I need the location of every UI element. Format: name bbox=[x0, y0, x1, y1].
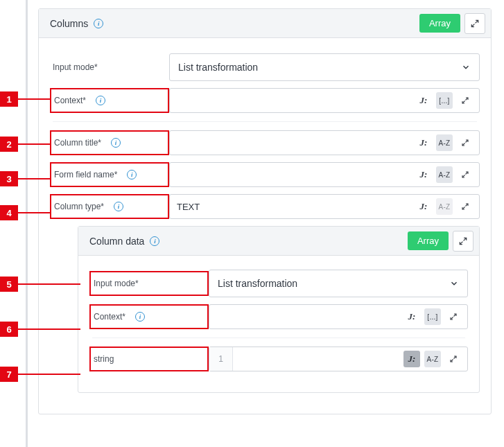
callout-5: 5 bbox=[0, 277, 80, 292]
json-mode-icon[interactable]: J: bbox=[403, 308, 420, 325]
expand-icon[interactable] bbox=[457, 166, 473, 183]
array-pill[interactable]: Array bbox=[419, 14, 460, 33]
callout-line bbox=[18, 374, 80, 375]
array-pill[interactable]: Array bbox=[408, 231, 449, 250]
label-text: Column type* bbox=[54, 202, 104, 211]
expand-icon[interactable] bbox=[453, 231, 473, 252]
info-icon[interactable] bbox=[135, 312, 145, 322]
divider bbox=[53, 121, 477, 122]
type-badge[interactable]: A-Z bbox=[436, 134, 453, 151]
info-icon[interactable] bbox=[96, 96, 105, 105]
label-text: Context* bbox=[94, 312, 125, 322]
json-mode-icon[interactable]: J: bbox=[415, 198, 432, 215]
columns-body: Input mode* List transformation Context* bbox=[39, 38, 491, 414]
select-value: List transformation bbox=[178, 62, 258, 73]
label-input-mode: Input mode* bbox=[50, 62, 169, 72]
callout-number: 6 bbox=[0, 322, 18, 337]
inner-context-input[interactable]: J: [...] bbox=[209, 304, 468, 329]
callout-7: 7 bbox=[0, 367, 80, 382]
label-text: Input mode* bbox=[53, 62, 98, 72]
input-area[interactable]: TEXT bbox=[170, 202, 415, 212]
json-mode-icon[interactable]: J: bbox=[403, 351, 420, 367]
type-badge[interactable]: A-Z bbox=[436, 198, 453, 215]
info-icon[interactable] bbox=[114, 202, 123, 211]
expand-icon[interactable] bbox=[457, 198, 473, 215]
callout-number: 4 bbox=[0, 205, 18, 220]
form-field-name-input[interactable]: J: A-Z bbox=[169, 162, 480, 187]
info-icon[interactable] bbox=[127, 170, 137, 179]
callout-number: 1 bbox=[0, 91, 18, 107]
expand-icon[interactable] bbox=[445, 308, 462, 325]
callout-line bbox=[18, 328, 80, 330]
callout-number: 5 bbox=[0, 277, 18, 292]
info-icon[interactable] bbox=[94, 19, 103, 28]
json-mode-icon[interactable]: J: bbox=[415, 92, 432, 109]
type-badge[interactable]: [...] bbox=[424, 308, 441, 325]
type-badge[interactable]: A-Z bbox=[424, 351, 441, 367]
columns-title: Columns bbox=[50, 18, 88, 29]
column-data-title: Column data bbox=[89, 236, 144, 247]
callout-number: 2 bbox=[0, 137, 18, 152]
row-column-type: Column type* TEXT J: A-Z bbox=[50, 194, 480, 219]
label-text: Input mode* bbox=[94, 279, 139, 288]
callout-line bbox=[18, 283, 80, 285]
label-text: string bbox=[94, 354, 114, 364]
chevron-down-icon bbox=[461, 62, 471, 72]
expand-icon[interactable] bbox=[464, 13, 485, 34]
callout-4: 4 bbox=[0, 205, 51, 220]
chevron-down-icon bbox=[449, 279, 459, 288]
label-context: Context* bbox=[50, 88, 169, 113]
callout-line bbox=[18, 178, 51, 179]
columns-panel: Columns Array Input mode* List transform… bbox=[38, 8, 492, 414]
select-value: List transformation bbox=[218, 278, 297, 289]
expand-icon[interactable] bbox=[457, 92, 473, 109]
label-inner-input-mode: Input mode* bbox=[89, 271, 209, 296]
row-context: Context* J: [...] bbox=[50, 88, 480, 113]
column-data-body: Input mode* List transformation bbox=[78, 256, 479, 392]
type-badge[interactable]: [...] bbox=[436, 92, 453, 109]
json-mode-icon[interactable]: J: bbox=[415, 166, 432, 183]
row-form-field-name: Form field name* J: A-Z bbox=[50, 162, 480, 187]
context-input[interactable]: J: [...] bbox=[169, 88, 480, 113]
info-icon[interactable] bbox=[150, 236, 159, 246]
line-number: 1 bbox=[209, 347, 233, 371]
label-form-field-name: Form field name* bbox=[50, 162, 169, 187]
column-data-panel: Column data Array Input mode* List trans bbox=[78, 226, 480, 393]
callout-line bbox=[18, 98, 51, 100]
row-inner-input-mode: Input mode* List transformation bbox=[89, 270, 468, 297]
expand-icon[interactable] bbox=[445, 351, 462, 367]
callout-6: 6 bbox=[0, 322, 80, 337]
label-text: Column title* bbox=[54, 138, 101, 148]
label-text: Form field name* bbox=[54, 170, 117, 179]
column-data-header: Column data Array bbox=[78, 227, 479, 256]
info-icon[interactable] bbox=[111, 138, 121, 148]
input-mode-select[interactable]: List transformation bbox=[169, 53, 480, 81]
row-inner-string: string 1 J: A-Z bbox=[89, 347, 468, 371]
callout-1: 1 bbox=[0, 91, 51, 107]
callout-2: 2 bbox=[0, 137, 51, 152]
label-text: Context* bbox=[54, 96, 86, 105]
callout-number: 7 bbox=[0, 367, 18, 382]
row-input-mode: Input mode* List transformation bbox=[50, 53, 480, 81]
columns-header: Columns Array bbox=[39, 9, 491, 38]
callout-3: 3 bbox=[0, 171, 51, 186]
inner-string-input[interactable]: 1 J: A-Z bbox=[209, 347, 468, 371]
label-inner-context: Context* bbox=[89, 304, 209, 329]
callout-line bbox=[18, 143, 51, 145]
row-inner-context: Context* J: [...] bbox=[89, 304, 468, 329]
inner-input-mode-select[interactable]: List transformation bbox=[209, 270, 468, 297]
label-inner-string: string bbox=[89, 347, 209, 371]
callout-number: 3 bbox=[0, 171, 18, 186]
json-mode-icon[interactable]: J: bbox=[415, 134, 432, 151]
label-column-type: Column type* bbox=[50, 194, 169, 219]
column-title-input[interactable]: J: A-Z bbox=[169, 130, 480, 155]
expand-icon[interactable] bbox=[457, 134, 473, 151]
label-column-title: Column title* bbox=[50, 130, 169, 155]
callout-line bbox=[18, 212, 51, 213]
column-type-input[interactable]: TEXT J: A-Z bbox=[169, 194, 480, 219]
type-badge[interactable]: A-Z bbox=[436, 166, 453, 183]
divider bbox=[92, 338, 465, 338]
row-column-title: Column title* J: A-Z bbox=[50, 130, 480, 155]
